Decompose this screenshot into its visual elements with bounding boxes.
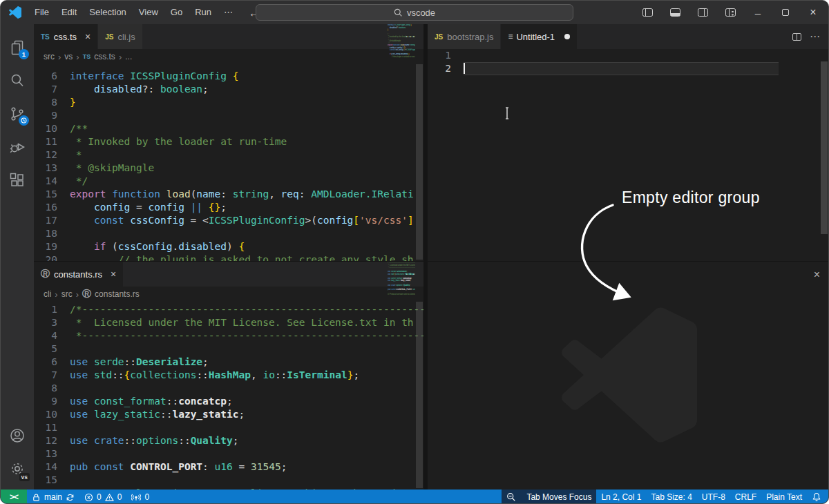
- cursor-position-indicator[interactable]: Ln 2, Col 1: [596, 490, 646, 504]
- vertical-scrollbar[interactable]: [415, 24, 423, 261]
- tab-label: css.ts: [54, 32, 77, 42]
- settings-vs-badge: vs: [19, 473, 30, 481]
- chevron-right-icon: ›: [55, 289, 57, 300]
- remote-icon: ><: [10, 492, 18, 502]
- breadcrumb-item[interactable]: constants.rs: [95, 289, 140, 299]
- tab-bootstrap-js[interactable]: JS bootstrap.js: [428, 24, 501, 49]
- javascript-file-icon: JS: [105, 33, 113, 41]
- explorer-icon[interactable]: 1: [1, 31, 34, 64]
- editor-group-bottom-left: Ⓡ constants.rs × ⋯ cli › src › Ⓡ constan…: [34, 262, 423, 490]
- language-mode-indicator[interactable]: Plain Text: [761, 490, 807, 504]
- javascript-file-icon: JS: [435, 33, 443, 41]
- search-view-icon[interactable]: [1, 64, 34, 97]
- run-debug-icon[interactable]: [1, 130, 34, 164]
- customize-layout-button[interactable]: [716, 1, 744, 24]
- editor-area: TS css.ts × JS cli.js ⋯ src › vs: [34, 24, 828, 490]
- vertical-scrollbar[interactable]: [415, 262, 423, 490]
- toggle-secondary-sidebar-button[interactable]: [689, 1, 716, 24]
- code-editor-css-ts[interactable]: 6interface ICSSPluginConfig {7 disabled?…: [34, 64, 423, 261]
- toggle-panel-button[interactable]: [661, 1, 689, 24]
- sync-icon: [66, 493, 75, 502]
- tab-bar-group2: JS bootstrap.js ≡ Untitled-1 ⋯: [428, 24, 828, 49]
- tab-moves-focus-indicator[interactable]: Tab Moves Focus: [502, 490, 596, 504]
- problems-indicator[interactable]: 0 0: [79, 490, 126, 504]
- tab-bar-group3: Ⓡ constants.rs × ⋯: [34, 262, 423, 287]
- breadcrumb-item[interactable]: vs: [64, 52, 73, 61]
- editor-group-top-right: JS bootstrap.js ≡ Untitled-1 ⋯ 12: [428, 24, 828, 261]
- vscode-logo-icon: [9, 6, 21, 19]
- settings-gear-icon[interactable]: vs: [1, 452, 34, 485]
- toggle-primary-sidebar-button[interactable]: [633, 1, 661, 24]
- typescript-file-icon: TS: [41, 33, 50, 41]
- split-editor-icon[interactable]: [792, 33, 801, 41]
- menu-file[interactable]: File: [28, 1, 55, 24]
- tab-moves-focus-label: Tab Moves Focus: [526, 492, 591, 502]
- minimize-button[interactable]: –: [744, 1, 772, 24]
- tab-label: constants.rs: [54, 269, 102, 280]
- search-value: vscode: [407, 8, 435, 18]
- menu-run[interactable]: Run: [189, 1, 218, 24]
- rust-file-icon: Ⓡ: [41, 268, 50, 280]
- breadcrumb-item[interactable]: src: [44, 52, 55, 61]
- maximize-button[interactable]: [772, 1, 799, 24]
- breadcrumb-item[interactable]: ...: [125, 52, 132, 61]
- zoom-out-icon: [506, 492, 516, 502]
- minimap[interactable]: /*--------------------------------------…: [388, 262, 415, 490]
- close-window-button[interactable]: ×: [799, 1, 827, 24]
- breadcrumb-item[interactable]: css.ts: [94, 52, 115, 61]
- breadcrumb-group1: src › vs › TS css.ts › ...: [34, 49, 423, 64]
- modified-dot-icon[interactable]: [564, 34, 570, 39]
- more-actions-icon[interactable]: ⋯: [810, 30, 820, 43]
- menu-selection[interactable]: Selection: [83, 1, 132, 24]
- vscode-window: File Edit Selection View Go Run ⋯ ← → vs…: [0, 0, 829, 504]
- close-tab-icon[interactable]: ×: [111, 269, 116, 280]
- tab-label: bootstrap.js: [447, 32, 493, 42]
- tab-cli-js[interactable]: JS cli.js: [98, 24, 143, 49]
- account-icon[interactable]: [1, 419, 34, 452]
- search-icon: [394, 8, 403, 17]
- chevron-right-icon: ›: [76, 52, 79, 62]
- tab-label: cli.js: [117, 32, 135, 42]
- code-editor-constants-rs[interactable]: 1/*-------------------------------------…: [34, 302, 423, 490]
- encoding-indicator[interactable]: UTF-8: [697, 490, 730, 504]
- broadcast-icon: [131, 493, 141, 502]
- close-group-icon[interactable]: ×: [814, 269, 820, 281]
- minimap[interactable]: interface ICSSPluginConfig { disabled?: …: [388, 24, 415, 261]
- error-icon: [84, 493, 93, 502]
- tab-constants-rs[interactable]: Ⓡ constants.rs ×: [34, 262, 124, 287]
- warning-icon: [105, 493, 114, 502]
- ports-indicator[interactable]: 0: [126, 490, 154, 504]
- source-control-icon[interactable]: [1, 97, 34, 130]
- breadcrumb-item[interactable]: cli: [44, 289, 51, 299]
- indentation-indicator[interactable]: Tab Size: 4: [646, 490, 696, 504]
- vertical-scrollbar[interactable]: [821, 61, 828, 234]
- branch-name: main: [44, 492, 62, 502]
- eol-indicator[interactable]: CRLF: [730, 490, 761, 504]
- source-control-badge-clock-icon: [19, 115, 29, 126]
- editor-group-top-left: TS css.ts × JS cli.js ⋯ src › vs: [34, 24, 423, 261]
- menu-edit[interactable]: Edit: [55, 1, 83, 24]
- tab-css-ts[interactable]: TS css.ts ×: [34, 24, 98, 49]
- ports-count: 0: [144, 492, 149, 502]
- title-bar: File Edit Selection View Go Run ⋯ ← → vs…: [1, 1, 828, 24]
- rust-file-icon: Ⓡ: [82, 288, 91, 300]
- remote-indicator[interactable]: ><: [1, 490, 27, 504]
- notifications-bell-icon[interactable]: [807, 490, 828, 504]
- menu-go[interactable]: Go: [164, 1, 189, 24]
- branch-indicator[interactable]: main: [27, 490, 79, 504]
- activity-bar: 1 vs: [1, 24, 34, 490]
- breadcrumb-item[interactable]: src: [61, 289, 73, 299]
- tab-untitled-1[interactable]: ≡ Untitled-1: [501, 24, 578, 49]
- status-bar: >< main 0 0 0: [1, 490, 828, 504]
- close-tab-icon[interactable]: ×: [85, 31, 90, 42]
- menu-view[interactable]: View: [133, 1, 164, 24]
- command-center-search[interactable]: vscode: [256, 4, 573, 21]
- warning-count: 0: [117, 492, 122, 502]
- extensions-icon[interactable]: [1, 164, 34, 197]
- menu-more[interactable]: ⋯: [218, 1, 239, 24]
- code-editor-untitled[interactable]: 12: [428, 49, 828, 75]
- typescript-file-icon: TS: [83, 53, 91, 60]
- editor-group-bottom-right-empty[interactable]: ×: [428, 262, 828, 490]
- tab-label: Untitled-1: [516, 32, 555, 42]
- untitled-file-icon: ≡: [508, 32, 512, 41]
